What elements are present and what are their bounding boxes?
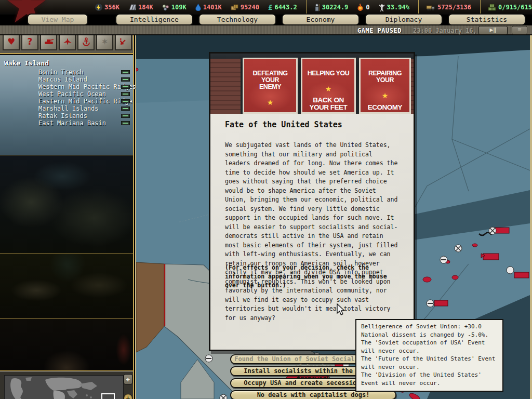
province-goto-button[interactable]	[121, 114, 130, 118]
province-name[interactable]: West Pacific Ocean	[38, 90, 106, 98]
tab-diplomacy[interactable]: Diplomacy	[365, 14, 443, 25]
winter-soldiers-painting	[0, 155, 133, 254]
arch-gate-painting	[0, 318, 133, 371]
partisans-button[interactable]: ✶	[96, 33, 113, 50]
resource-nukes: 0	[357, 0, 369, 15]
poster-star-icon: ★	[244, 99, 296, 106]
minimap-view-rectangle[interactable]	[101, 393, 115, 399]
poster-star-icon: ★	[302, 86, 354, 92]
province-goto-button[interactable]	[121, 92, 130, 96]
events-log-button[interactable]: ?	[21, 33, 38, 50]
poster-helping-you: HELPING YOU ★ BACK ON YOUR FEET	[301, 58, 356, 114]
tooltip-line: Belligerence of Soviet Union: +30.0	[361, 323, 498, 331]
event-header-image: DEFEATING YOUR ENEMY ★ HELPING YOU ★ BAC…	[210, 54, 414, 114]
poster-text: REPAIRING YOUR	[361, 70, 409, 84]
poster-text: DEFEATING YOUR ENEMY	[244, 70, 296, 90]
tab-economy[interactable]: Economy	[282, 14, 360, 25]
province-name[interactable]: East Mariana Basin	[38, 119, 106, 127]
partisan-star-icon: ✶	[101, 36, 108, 47]
province-name[interactable]: Marcus Island	[38, 76, 87, 83]
poster-text: HELPING YOU	[302, 70, 354, 77]
nukes-value: 0	[366, 4, 369, 11]
status-bar: GAME PAUSED 23:00 January 16, 1965 ▶‖ ≡	[0, 25, 532, 35]
region-name: Wake Island	[4, 59, 49, 67]
zoom-in-button[interactable]: +	[124, 394, 132, 399]
tooltip-line: The 'Future of the United States' Event …	[361, 355, 498, 371]
supplies-icon	[231, 4, 238, 10]
province-row[interactable]: East Mariana Basin	[0, 119, 133, 127]
resource-dissent: 33.94%	[379, 0, 409, 15]
event-title: Fate of the United States	[225, 120, 342, 129]
province-list-panel: Wake Island Bonin Trench Marcus Island W…	[0, 55, 133, 155]
province-name[interactable]: Bonin Trench	[38, 69, 84, 76]
province-goto-button[interactable]	[121, 85, 130, 89]
province-goto-button[interactable]	[121, 121, 130, 125]
poster-defeating-enemy: DEFEATING YOUR ENEMY ★	[243, 58, 298, 114]
event-body-text: We subjugated vast lands of the United S…	[225, 141, 401, 323]
airforce-button[interactable]	[59, 33, 76, 50]
manpower-value: 30224.9	[322, 4, 349, 11]
province-row[interactable]: Bonin Trench	[0, 69, 133, 76]
province-row[interactable]: Western Mid Pacific Ridges	[0, 83, 133, 90]
province-row[interactable]: Marcus Island	[0, 76, 133, 83]
unit-overview-button[interactable]	[115, 33, 132, 50]
province-name[interactable]: Ratak Islands	[38, 112, 87, 119]
province-row[interactable]: Eastern Mid Pacific Ridge	[0, 98, 133, 105]
province-goto-button[interactable]	[121, 70, 130, 74]
transports-value: 5725/3136	[437, 4, 471, 11]
tank-icon	[44, 37, 54, 45]
event-paper: Fate of the United States We subjugated …	[210, 114, 414, 350]
minimap[interactable]	[4, 375, 124, 399]
dissent-value: 33.94%	[387, 4, 409, 11]
province-row[interactable]: Ratak Islands	[0, 112, 133, 119]
metal-icon	[128, 4, 136, 10]
resource-money: £ 6443.2	[268, 0, 297, 15]
metal-value: 184K	[138, 4, 153, 11]
resource-metal: 184K	[128, 0, 153, 15]
navy-button[interactable]	[77, 33, 95, 50]
diplomacy-button[interactable]: ♥	[3, 33, 20, 50]
resource-supplies: 95240	[231, 0, 259, 15]
convoys-value: 0/915/615	[498, 4, 532, 11]
oil-value: 1401K	[203, 4, 222, 11]
game-screen: ★ 356K 184K 109K 1401K 95240 £ 6443.2 30…	[0, 0, 532, 399]
retreat-arrow-icon	[119, 37, 128, 46]
poster-star-icon: ★	[361, 92, 409, 99]
menu-button[interactable]: ≡	[512, 26, 527, 35]
resource-manpower: 30224.9	[306, 0, 349, 15]
sidebar: ♥ ? ✶ Wake Island Bonin Trench Marcus Is…	[0, 31, 134, 399]
rare-materials-icon	[162, 4, 169, 11]
resource-transports: 5725/3136	[418, 0, 471, 15]
energy-icon	[95, 4, 102, 11]
nuke-icon	[357, 4, 364, 11]
poster-text: ECONOMY	[361, 104, 409, 111]
energy-value: 356K	[104, 4, 119, 11]
supplies-value: 95240	[241, 4, 259, 11]
mouse-cursor	[337, 303, 345, 316]
map-scroll-button[interactable]: ✚	[124, 374, 132, 384]
province-name[interactable]: Marshall Islands	[38, 105, 99, 112]
tab-technology[interactable]: Technology	[198, 14, 276, 25]
tab-view-map[interactable]: View Map	[27, 14, 88, 25]
resource-convoys: 0/915/615	[480, 0, 532, 15]
play-pause-button[interactable]: ▶‖	[478, 26, 508, 35]
province-goto-button[interactable]	[121, 99, 130, 103]
army-button[interactable]	[40, 33, 57, 50]
province-name[interactable]: Eastern Mid Pacific Ridge	[38, 98, 132, 105]
rare-materials-value: 109K	[171, 4, 187, 11]
resource-oil: 1401K	[195, 0, 222, 15]
transports-icon	[426, 4, 435, 11]
dissent-icon	[379, 4, 385, 11]
resource-rare-materials: 109K	[162, 0, 187, 15]
tab-intelligence[interactable]: Intelligence	[115, 14, 193, 25]
province-goto-button[interactable]	[121, 77, 130, 82]
tooltip-line: The 'Soviet occupation of USA' Event wil…	[361, 339, 498, 355]
province-row[interactable]: Marshall Islands	[0, 105, 133, 112]
province-row[interactable]: West Pacific Ocean	[0, 90, 133, 98]
resource-bar: ★ 356K 184K 109K 1401K 95240 £ 6443.2 30…	[0, 0, 532, 15]
tooltip-line: National dissent is changed by -5.0%.	[361, 331, 498, 339]
tab-statistics[interactable]: Statistics	[448, 14, 526, 25]
province-goto-button[interactable]	[121, 107, 130, 111]
convoys-icon	[488, 4, 496, 11]
manpower-icon	[314, 4, 320, 11]
